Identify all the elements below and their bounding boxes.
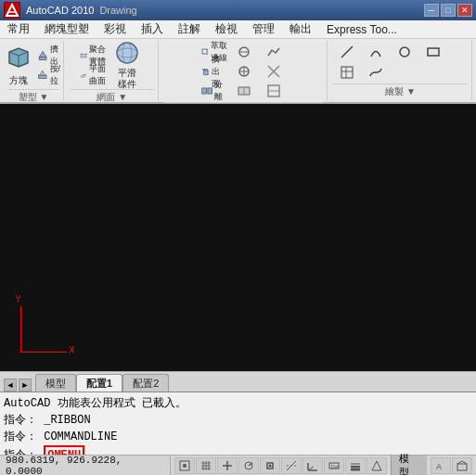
menu-item-common[interactable]: 常用 bbox=[0, 20, 37, 38]
status-otrack[interactable] bbox=[281, 457, 302, 474]
draw-group-label: 繪製 ▼ bbox=[333, 83, 468, 98]
axis-y-line bbox=[20, 306, 21, 353]
cmd-input[interactable]: QMENU bbox=[44, 445, 84, 455]
status-grid[interactable] bbox=[196, 457, 216, 474]
svg-marker-65 bbox=[372, 461, 381, 470]
svg-rect-8 bbox=[39, 75, 47, 79]
maximize-button[interactable]: □ bbox=[441, 4, 456, 17]
tab-nav: ◄ ► bbox=[4, 379, 32, 392]
ribbon-btn-separate[interactable]: 分離 bbox=[200, 82, 228, 100]
menu-item-output[interactable]: 輸出 bbox=[282, 20, 319, 38]
ribbon-btn-tool5[interactable] bbox=[260, 62, 288, 81]
ribbon-content: 方塊 擠出 bbox=[0, 39, 476, 102]
status-annotation[interactable]: A bbox=[431, 457, 451, 474]
svg-rect-23 bbox=[208, 88, 212, 94]
ribbon-btn-tool2[interactable] bbox=[230, 62, 258, 81]
ribbon-btn-spline[interactable] bbox=[362, 63, 390, 82]
ribbon: 方塊 擠出 bbox=[0, 39, 476, 104]
ribbon-group-solid-content: 方塊 擠出 bbox=[7, 43, 59, 87]
ribbon-btn-tool1[interactable] bbox=[230, 43, 258, 61]
menu-item-annotate[interactable]: 註解 bbox=[171, 20, 208, 38]
axis-x-label: X bbox=[69, 345, 75, 355]
ribbon-btn-line[interactable] bbox=[333, 43, 361, 61]
solidedit-col1: 萃取邊線 擠出面 bbox=[200, 43, 228, 100]
autocad-logo bbox=[4, 2, 20, 19]
tab-nav-prev[interactable]: ◄ bbox=[4, 379, 17, 392]
ribbon-btn-extrude-face[interactable]: 擠出面 bbox=[200, 62, 228, 81]
status-polar[interactable] bbox=[238, 457, 259, 474]
mesh-col1: 聚合實體 平面曲面 bbox=[79, 46, 107, 84]
ribbon-btn-arc[interactable] bbox=[362, 43, 390, 61]
title-controls: ─ □ ✕ bbox=[424, 4, 472, 17]
ribbon-group-draw: 繪製 ▼ bbox=[329, 41, 472, 100]
ribbon-btn-extrude[interactable]: 擠出 bbox=[36, 46, 64, 65]
ribbon-btn-circle[interactable] bbox=[391, 43, 418, 61]
tab-model[interactable]: 模型 bbox=[35, 374, 76, 392]
status-qp[interactable] bbox=[367, 457, 387, 474]
svg-rect-17 bbox=[202, 49, 207, 54]
status-icons: Dyn bbox=[171, 457, 391, 474]
status-lwt[interactable] bbox=[345, 457, 366, 474]
cmd-line-3: 指令： COMMANDLINE bbox=[4, 429, 472, 445]
svg-marker-7 bbox=[39, 51, 46, 57]
solidedit-col2 bbox=[230, 43, 258, 100]
status-osnap[interactable] bbox=[260, 457, 280, 474]
tab-bar: ◄ ► 模型 配置1 配置2 bbox=[0, 371, 476, 392]
ribbon-btn-hatch[interactable] bbox=[333, 63, 361, 82]
smooth-icon bbox=[112, 40, 142, 66]
close-button[interactable]: ✕ bbox=[457, 4, 472, 17]
title-text: AutoCAD 2010 bbox=[26, 5, 94, 16]
svg-line-35 bbox=[341, 46, 353, 58]
svg-marker-0 bbox=[6, 5, 18, 16]
ribbon-group-mesh-content: 聚合實體 平面曲面 bbox=[70, 43, 154, 87]
ribbon-btn-tool6[interactable] bbox=[260, 82, 288, 100]
status-dyn[interactable]: Dyn bbox=[324, 457, 344, 474]
svg-rect-22 bbox=[202, 88, 207, 94]
box-icon bbox=[4, 44, 33, 73]
ribbon-btn-box[interactable]: 方塊 bbox=[3, 43, 34, 87]
solidedit-col3 bbox=[260, 43, 288, 100]
svg-point-42 bbox=[183, 464, 187, 468]
ribbon-btn-rect[interactable] bbox=[419, 43, 447, 61]
svg-point-54 bbox=[269, 464, 272, 467]
axis-x-line bbox=[20, 352, 67, 353]
ribbon-btn-flatsurface[interactable]: 平面曲面 bbox=[79, 66, 107, 84]
minimize-button[interactable]: ─ bbox=[424, 4, 439, 17]
menu-item-render[interactable]: 彩視 bbox=[96, 20, 134, 38]
tab-layout2[interactable]: 配置2 bbox=[122, 374, 169, 392]
ribbon-btn-tool3[interactable] bbox=[230, 82, 258, 100]
status-ortho[interactable] bbox=[217, 457, 238, 474]
ribbon-group-draw-content bbox=[333, 43, 468, 82]
tab-layout1[interactable]: 配置1 bbox=[76, 374, 122, 392]
svg-marker-20 bbox=[203, 71, 208, 75]
svg-marker-13 bbox=[81, 74, 86, 77]
menu-item-mesh[interactable]: 網塊型塑 bbox=[37, 20, 96, 38]
svg-rect-6 bbox=[39, 57, 46, 59]
menu-item-manage[interactable]: 管理 bbox=[245, 20, 282, 38]
ribbon-btn-polysolid[interactable]: 聚合實體 bbox=[79, 46, 107, 65]
svg-text:A: A bbox=[436, 462, 442, 471]
cmd-line-1: AutoCAD 功能表公用程式 已載入。 bbox=[4, 395, 472, 412]
menu-item-express[interactable]: Express Too... bbox=[319, 20, 405, 38]
title-bar: AutoCAD 2010 Drawing ─ □ ✕ bbox=[0, 0, 476, 20]
command-area: AutoCAD 功能表公用程式 已載入。 指令： _RIBBON 指令： COM… bbox=[0, 392, 476, 455]
ribbon-group-solid: 方塊 擠出 bbox=[4, 41, 64, 100]
status-workspace[interactable] bbox=[452, 457, 472, 474]
axis-y-label: Y bbox=[15, 294, 21, 304]
svg-rect-37 bbox=[428, 48, 439, 56]
ribbon-btn-smooth[interactable]: 平滑樣件 bbox=[109, 43, 146, 87]
menu-item-view[interactable]: 檢視 bbox=[208, 20, 245, 38]
canvas-area[interactable]: X Y bbox=[0, 104, 476, 371]
svg-text:Dyn: Dyn bbox=[331, 464, 340, 469]
status-model-button[interactable]: 模型 bbox=[391, 456, 427, 475]
svg-rect-10 bbox=[81, 54, 86, 58]
canvas-content: X Y bbox=[0, 104, 476, 371]
tab-nav-next[interactable]: ► bbox=[19, 379, 32, 392]
status-ducs[interactable] bbox=[302, 457, 323, 474]
status-coords: 980.6319, 926.9228, 0.0000 bbox=[0, 455, 171, 476]
status-snap[interactable] bbox=[174, 457, 195, 474]
ribbon-btn-presspull[interactable]: 按/拉 bbox=[36, 66, 64, 84]
ribbon-btn-tool4[interactable] bbox=[260, 43, 288, 61]
drawing-name: Drawing bbox=[99, 5, 136, 16]
menu-item-insert[interactable]: 插入 bbox=[134, 20, 171, 38]
